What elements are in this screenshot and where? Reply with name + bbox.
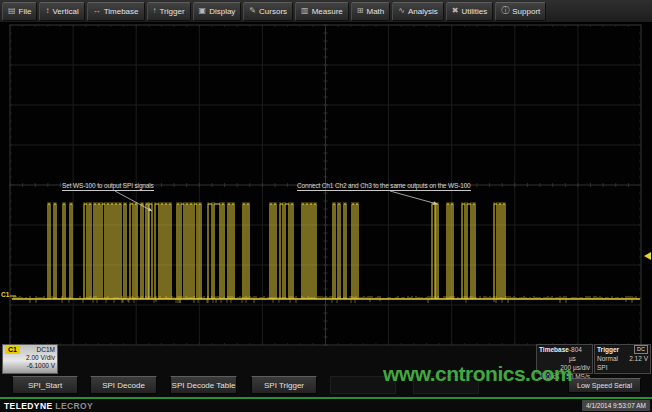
menu-item-analysis[interactable]: ∿Analysis [392, 2, 444, 21]
timebase-label: Timebase [539, 345, 569, 363]
timebase-descriptor-box[interactable]: Timebase -804 µs 200 µs/div 100 kS 50 MS… [536, 344, 593, 374]
trend-chart-icon: ∿ [398, 7, 405, 15]
vertical-arrows-icon: ↕ [45, 7, 49, 15]
menu-item-label: File [19, 7, 32, 16]
menu-item-display[interactable]: ▣Display [193, 2, 242, 21]
menu-item-trigger[interactable]: ↑Trigger [147, 2, 191, 21]
menu-item-timebase[interactable]: ↔Timebase [87, 2, 145, 21]
menu-item-label: Measure [312, 7, 343, 16]
menu-item-label: Cursors [259, 7, 287, 16]
brand-lecroy: LECROY [55, 401, 93, 411]
trigger-mode: Normal [597, 354, 618, 363]
menu-item-label: Display [209, 7, 235, 16]
trigger-source: SPI [597, 363, 607, 372]
blank-button [330, 376, 396, 394]
low-speed-serial-button[interactable]: Low Speed Serial [568, 378, 641, 393]
menu-item-file[interactable]: ▤File [2, 2, 37, 21]
menu-item-label: Support [512, 7, 540, 16]
timebase-time-per-div: 200 µs/div [560, 363, 590, 372]
spi-decode-button[interactable]: SPI Decode [90, 376, 157, 394]
trigger-label: Trigger [597, 345, 619, 354]
menu-item-math[interactable]: ⊞Math [351, 2, 391, 21]
channel1-descriptor-box[interactable]: C1 DC1M 2.00 V/div -6.1000 V [2, 344, 58, 374]
horizontal-arrows-icon: ↔ [93, 7, 101, 15]
menu-item-vertical[interactable]: ↕Vertical [39, 2, 84, 21]
channel1-badge: C1 [5, 346, 20, 354]
clock-timestamp: 4/1/2014 9:53:07 AM [582, 400, 650, 411]
ruler-icon: ▥ [301, 7, 309, 15]
blank-button [413, 376, 479, 394]
info-icon: ⓘ [501, 7, 509, 15]
annotation-connect-channels: Connect Ch1 Ch2 and Ch3 to the same outp… [297, 182, 471, 191]
spi-start-button[interactable]: SPI_Start [12, 376, 78, 394]
file-icon: ▤ [8, 7, 16, 15]
menu-item-support[interactable]: ⓘSupport [495, 2, 546, 21]
spi-trigger-button[interactable]: SPI Trigger [251, 376, 317, 394]
menu-item-utilities[interactable]: ✖Utilities [446, 2, 493, 21]
menu-item-cursors[interactable]: ✎Cursors [243, 2, 293, 21]
calculator-icon: ⊞ [357, 7, 364, 15]
channel1-ground-marker: C1 [1, 291, 9, 298]
trigger-coupling-badge: DC [634, 345, 648, 354]
menu-item-label: Math [366, 7, 384, 16]
menu-bar: ▤File↕Vertical↔Timebase↑Trigger▣Display✎… [0, 0, 652, 23]
menu-item-label: Utilities [461, 7, 487, 16]
annotation-set-ws100: Set WS-100 to output SPI signals [62, 182, 154, 191]
menu-item-label: Trigger [160, 7, 185, 16]
footer-bar: TELEDYNE LECROY 4/1/2014 9:53:07 AM [0, 397, 652, 412]
channel1-volts-per-div: 2.00 V/div [5, 354, 55, 362]
menu-item-label: Vertical [52, 7, 78, 16]
menu-item-label: Analysis [408, 7, 438, 16]
brand-teledyne: TELEDYNE [4, 401, 53, 411]
trigger-level: 2.12 V [629, 354, 648, 363]
trigger-descriptor-box[interactable]: Trigger DC Normal 2.12 V SPI [594, 344, 651, 374]
oscilloscope-app: ▤File↕Vertical↔Timebase↑Trigger▣Display✎… [0, 0, 652, 412]
timebase-delay: -804 µs [569, 345, 590, 363]
pencil-icon: ✎ [249, 7, 256, 15]
channel1-offset: -6.1000 V [5, 362, 55, 370]
timebase-samples: 100 kS [539, 372, 559, 381]
menu-item-label: Timebase [104, 7, 139, 16]
tools-icon: ✖ [452, 7, 459, 15]
channel1-coupling: DC1M [37, 346, 55, 354]
menu-item-measure[interactable]: ▥Measure [295, 2, 349, 21]
display-icon: ▣ [199, 7, 207, 15]
brand-logo: TELEDYNE LECROY [4, 401, 93, 411]
trigger-arrow-icon: ↑ [153, 7, 157, 15]
spi-decode-table-button[interactable]: SPI Decode Table [170, 376, 237, 394]
